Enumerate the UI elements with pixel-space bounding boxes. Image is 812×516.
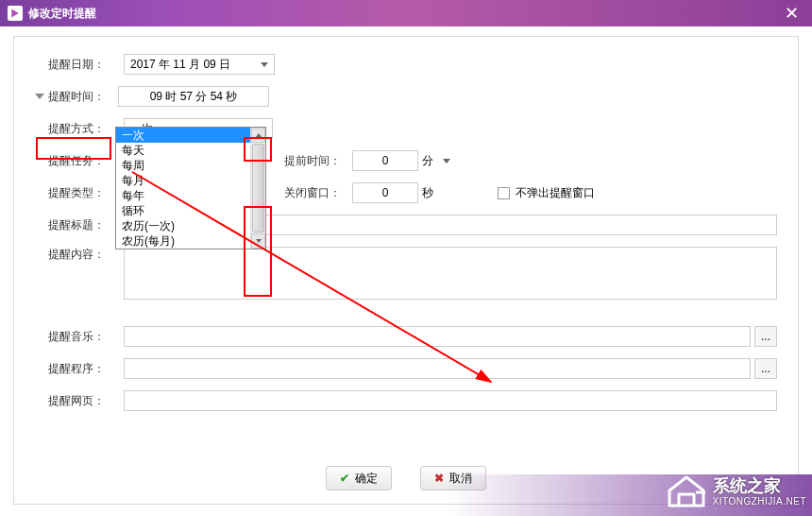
mode-dropdown[interactable]: 一次每天每周每月每年循环农历(一次)农历(每月)	[115, 127, 266, 249]
date-field[interactable]: 2017 年 11 月 09 日	[124, 54, 275, 75]
label-date: 提醒日期：	[48, 57, 124, 73]
program-browse-button[interactable]: ...	[754, 358, 777, 379]
watermark-en: XITONGZHIJIA.NET	[713, 496, 807, 507]
x-icon: ✖	[434, 472, 444, 485]
scroll-thumb[interactable]	[252, 144, 264, 232]
label-mode: 提醒方式：	[48, 121, 124, 137]
scroll-up-button[interactable]	[251, 128, 265, 143]
scroll-down-button[interactable]	[251, 233, 265, 249]
time-value: 09 时 57 分 54 秒	[150, 89, 238, 105]
web-input[interactable]	[124, 390, 777, 411]
dropdown-scrollbar[interactable]	[250, 128, 265, 249]
label-music: 提醒音乐：	[48, 329, 124, 345]
label-type: 提醒类型：	[48, 185, 124, 201]
dropdown-option[interactable]: 每月	[116, 173, 265, 188]
program-input[interactable]	[124, 358, 751, 379]
collapse-icon[interactable]	[35, 94, 44, 99]
label-web: 提醒网页：	[48, 393, 124, 409]
titlebar: 修改定时提醒 ✕	[0, 0, 812, 26]
label-close: 关闭窗口：	[284, 185, 352, 201]
watermark-cn: 系统之家	[713, 477, 807, 496]
dropdown-option[interactable]: 每周	[116, 158, 265, 173]
close-unit: 秒	[422, 185, 441, 201]
dropdown-option[interactable]: 农历(一次)	[116, 218, 265, 233]
label-advance: 提前时间：	[284, 153, 352, 169]
content-textarea[interactable]	[124, 247, 777, 300]
label-task: 提醒任务：	[48, 153, 124, 169]
dropdown-option[interactable]: 一次	[116, 128, 265, 143]
ok-label: 确定	[355, 471, 378, 487]
advance-value: 0	[382, 154, 389, 167]
dropdown-option[interactable]: 每天	[116, 143, 265, 158]
watermark: 系统之家 XITONGZHIJIA.NET	[666, 473, 807, 510]
label-nopopup: 不弹出提醒窗口	[516, 185, 595, 201]
close-value: 0	[382, 186, 389, 199]
ok-button[interactable]: ✔ 确定	[326, 466, 392, 490]
window-title: 修改定时提醒	[28, 6, 779, 22]
music-input[interactable]	[124, 326, 751, 347]
dropdown-option[interactable]: 每年	[116, 188, 265, 203]
close-icon[interactable]: ✕	[779, 3, 804, 24]
nopopup-checkbox[interactable]	[498, 187, 510, 199]
check-icon: ✔	[340, 472, 349, 485]
app-icon	[8, 6, 23, 21]
time-field[interactable]: 09 时 57 分 54 秒	[118, 86, 269, 107]
dropdown-option[interactable]: 农历(每月)	[116, 233, 265, 249]
label-time: 提醒时间：	[48, 89, 118, 105]
watermark-logo-icon	[666, 473, 707, 510]
close-value-field[interactable]: 0	[352, 182, 418, 203]
advance-value-field[interactable]: 0	[352, 150, 418, 171]
advance-unit: 分	[422, 153, 441, 169]
cancel-label: 取消	[449, 471, 472, 487]
dropdown-option[interactable]: 循环	[116, 203, 265, 218]
label-program: 提醒程序：	[48, 361, 124, 377]
content-panel: 提醒日期： 2017 年 11 月 09 日 提醒时间： 09 时 57 分 5…	[13, 36, 799, 505]
chevron-down-icon[interactable]	[443, 159, 450, 163]
cancel-button[interactable]: ✖ 取消	[420, 466, 486, 490]
chevron-down-icon[interactable]	[257, 57, 272, 72]
label-title: 提醒标题：	[48, 217, 124, 233]
date-value: 2017 年 11 月 09 日	[130, 57, 230, 73]
label-content: 提醒内容：	[48, 247, 124, 263]
music-browse-button[interactable]: ...	[754, 326, 777, 347]
